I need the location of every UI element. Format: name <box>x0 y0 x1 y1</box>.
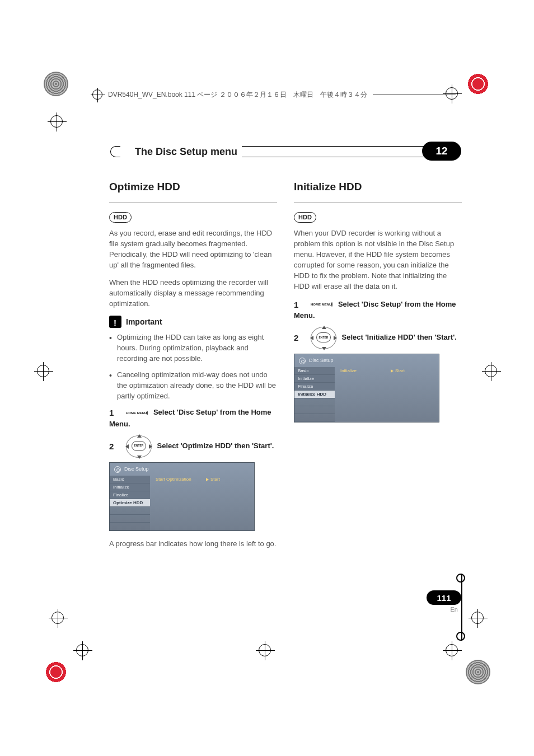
hdd-badge: HDD <box>109 212 132 223</box>
crop-target-icon <box>471 612 484 624</box>
source-header-text: DVR540H_WV_EN.book 111 ページ ２００６年２月１６日 木曜… <box>108 90 367 100</box>
section-heading: Optimize HDD <box>109 179 277 195</box>
crop-target-icon <box>76 644 88 656</box>
important-heading: Important <box>109 316 277 328</box>
body-text: As you record, erase and edit recordings… <box>109 228 277 270</box>
step-2: 2 ENTER Select 'Initialize HDD' then 'St… <box>294 327 462 349</box>
step-number: 2 <box>294 333 298 342</box>
chapter-header: The Disc Setup menu 12 <box>109 143 461 161</box>
page-number: 111 <box>427 590 461 605</box>
column-initialize-hdd: Initialize HDD HDD When your DVD recorde… <box>294 179 462 556</box>
body-text: When your DVD recorder is working withou… <box>294 228 462 292</box>
osd-side-item: Initialize <box>294 375 335 383</box>
osd-side-item: Finalize <box>110 491 150 499</box>
body-text: A progress bar indicates how long there … <box>109 539 277 550</box>
step-number: 1 <box>294 300 298 309</box>
step-number: 1 <box>109 408 114 417</box>
crop-target-icon <box>485 365 497 377</box>
important-label: Important <box>126 316 162 327</box>
enter-dpad-icon: ENTER <box>311 327 336 349</box>
chapter-title: The Disc Setup menu <box>125 146 237 158</box>
osd-side-item: Basic <box>110 476 150 483</box>
registration-mark <box>466 72 490 96</box>
step-1: 1 HOME MENU Select 'Disc Setup' from the… <box>109 407 277 430</box>
chapter-number-badge: 12 <box>422 142 461 161</box>
registration-mark <box>44 660 68 684</box>
osd-sidebar: Basic Initialize Finalize Optimize HDD <box>110 476 150 530</box>
body-text: When the HDD needs optimizing the record… <box>109 278 277 309</box>
registration-mark <box>44 72 68 96</box>
step-2: 2 ENTER Select 'Optimize HDD' then 'Star… <box>109 435 277 458</box>
crop-target-icon <box>51 612 64 624</box>
osd-side-item: Initialize <box>110 483 150 491</box>
page-lang: En <box>451 606 458 613</box>
bullet-item: Optimizing the HDD can take as long as e… <box>109 332 277 364</box>
osd-option-label: Initialize <box>340 367 391 375</box>
osd-side-item-selected: Initialize HDD <box>294 391 335 398</box>
registration-mark <box>466 660 490 684</box>
disc-icon <box>299 358 306 364</box>
step-1: 1 HOME MENU Select 'Disc Setup' from the… <box>294 299 462 322</box>
osd-side-item: Finalize <box>294 383 335 391</box>
osd-option-label: Start Optimization <box>156 476 206 483</box>
crop-target-icon <box>446 644 458 656</box>
osd-option-value: Start <box>391 367 405 375</box>
crop-target-icon <box>259 644 271 656</box>
crop-target-icon <box>50 115 63 128</box>
warning-icon <box>109 316 121 328</box>
enter-dpad-icon: ENTER <box>126 435 152 458</box>
osd-sidebar: Basic Initialize Finalize Initialize HDD <box>294 367 335 422</box>
osd-option-value: Start <box>206 476 220 483</box>
hdd-badge: HDD <box>294 212 316 223</box>
osd-title: Disc Setup <box>124 466 149 473</box>
home-menu-button-icon: HOME MENU <box>311 302 332 307</box>
source-header: DVR540H_WV_EN.book 111 ページ ２００６年２月１６日 木曜… <box>92 90 456 100</box>
step-number: 2 <box>109 442 114 451</box>
osd-screenshot-initialize: Disc Setup Basic Initialize Finalize Ini… <box>294 354 439 422</box>
page-number-badge: 111 En <box>421 590 461 611</box>
register-icon <box>92 90 102 100</box>
section-heading: Initialize HDD <box>294 179 462 195</box>
disc-icon <box>114 466 121 473</box>
bullet-item: Canceling optimization mid-way does not … <box>109 370 277 402</box>
osd-side-item-selected: Optimize HDD <box>110 499 150 507</box>
step-text: Select 'Initialize HDD' then 'Start'. <box>342 334 457 342</box>
column-optimize-hdd: Optimize HDD HDD As you record, erase an… <box>109 179 277 556</box>
step-text: Select 'Optimize HDD' then 'Start'. <box>157 442 274 450</box>
osd-title: Disc Setup <box>309 357 334 364</box>
osd-screenshot-optimize: Disc Setup Basic Initialize Finalize Opt… <box>109 462 255 531</box>
home-menu-button-icon: HOME MENU <box>126 411 148 416</box>
crop-target-icon <box>37 365 49 377</box>
osd-side-item: Basic <box>294 367 335 375</box>
